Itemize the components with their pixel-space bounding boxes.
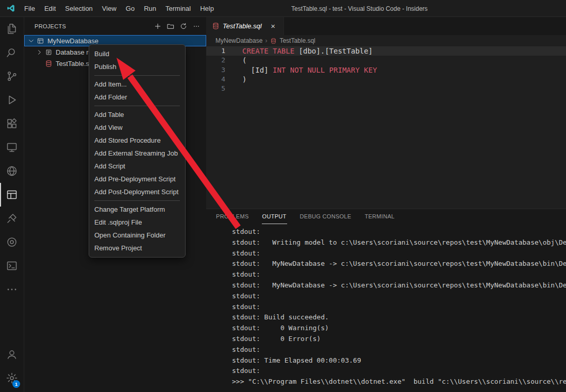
editor-tab-bar: TestTable.sql × (206, 17, 566, 35)
code-line-4[interactable]: 4) (206, 75, 566, 84)
more-actions-icon[interactable] (191, 21, 202, 32)
output-line: stdout: MyNewDatabase -> c:\Users\scoria… (232, 280, 566, 291)
settings-icon[interactable]: 1 (0, 366, 24, 390)
run-and-debug-icon[interactable] (0, 88, 24, 112)
tab-close-icon[interactable]: × (268, 21, 278, 31)
line-number: 5 (206, 84, 230, 93)
menu-item-add-pre-deployment-script[interactable]: Add Pre-Deployment Script (89, 173, 185, 185)
database-projects-icon[interactable] (0, 183, 24, 207)
menu-bar: FileEditSelectionViewGoRunTerminalHelp (20, 0, 219, 16)
menu-item-add-view[interactable]: Add View (89, 121, 185, 134)
menu-separator (94, 75, 180, 76)
sql-file-icon (211, 22, 220, 30)
line-number: 1 (206, 46, 230, 56)
menubar-item-help[interactable]: Help (195, 0, 219, 16)
tab-label: TestTable.sql (223, 22, 262, 30)
source-control-icon[interactable] (0, 64, 24, 88)
output-line: stdout: (232, 227, 566, 237)
output-line: stdout: (232, 291, 566, 302)
sidebar-header: PROJECTS (24, 17, 206, 35)
menu-item-add-table[interactable]: Add Table (89, 108, 185, 121)
menubar-item-terminal[interactable]: Terminal (161, 0, 195, 16)
output-line: stdout: Build succeeded. (232, 312, 566, 323)
azure-icon[interactable] (0, 159, 24, 183)
chevron-down-icon[interactable] (27, 37, 35, 45)
output-line: stdout: (232, 248, 566, 259)
output-line: stdout: 0 Error(s) (232, 334, 566, 345)
project-icon (36, 37, 44, 45)
menu-item-open-containing-folder[interactable]: Open Containing Folder (89, 229, 185, 242)
tab-testtable-sql[interactable]: TestTable.sql × (206, 17, 284, 35)
code-content: ( (230, 56, 246, 65)
accounts-icon[interactable] (0, 343, 24, 366)
menu-item-remove-project[interactable]: Remove Project (89, 242, 185, 254)
more-views-icon[interactable] (0, 278, 24, 301)
breadcrumb-separator: › (265, 37, 267, 44)
sql-file-icon (270, 37, 277, 44)
output-line: stdout: Writing model to c:\Users\scoria… (232, 237, 566, 248)
refresh-projects-icon[interactable] (178, 21, 189, 32)
breadcrumb-item-testtable-sql[interactable]: TestTable.sql (279, 37, 315, 44)
menubar-item-go[interactable]: Go (121, 0, 139, 16)
search-icon[interactable] (0, 41, 24, 64)
output-log[interactable]: stdout:stdout: Writing model to c:\Users… (206, 224, 566, 392)
title-bar: FileEditSelectionViewGoRunTerminalHelp T… (0, 0, 566, 17)
extensions-icon[interactable] (0, 112, 24, 135)
menubar-item-file[interactable]: File (20, 0, 40, 16)
code-line-5[interactable]: 5 (206, 84, 566, 93)
code-line-2[interactable]: 2( (206, 56, 566, 65)
sidebar-actions (152, 21, 202, 32)
references-icon (44, 48, 53, 56)
code-token: [Id] (242, 66, 273, 74)
menubar-item-edit[interactable]: Edit (40, 0, 60, 16)
menu-item-add-external-streaming-job[interactable]: Add External Streaming Job (89, 147, 185, 160)
output-line: stdout: MyNewDatabase -> c:\Users\scoria… (232, 259, 566, 269)
code-line-1[interactable]: 1CREATE TABLE [dbo].[TestTable] (206, 46, 566, 56)
menubar-item-run[interactable]: Run (139, 0, 161, 16)
menu-separator (94, 200, 180, 201)
menu-item-add-item[interactable]: Add Item... (89, 78, 185, 91)
menu-item-build[interactable]: Build (89, 47, 185, 60)
menu-item-add-folder[interactable]: Add Folder (89, 91, 185, 104)
sidebar-title: PROJECTS (35, 23, 152, 29)
vscode-window: FileEditSelectionViewGoRunTerminalHelp T… (0, 0, 566, 392)
code-token: [dbo].[TestTable] (294, 47, 373, 55)
menu-item-add-stored-procedure[interactable]: Add Stored Procedure (89, 134, 185, 147)
activity-bar-top (0, 17, 24, 301)
line-number: 4 (206, 75, 230, 84)
panel-tab-terminal[interactable]: TERMINAL (364, 209, 395, 224)
output-line: stdout: (232, 366, 566, 377)
menubar-item-view[interactable]: View (97, 0, 121, 16)
sql-connections-icon[interactable] (0, 207, 24, 230)
breadcrumb-item-mynewdatabase[interactable]: MyNewDatabase (215, 37, 262, 44)
menu-item-publish[interactable]: Publish (89, 60, 185, 73)
line-number: 2 (206, 56, 230, 65)
menubar-item-selection[interactable]: Selection (60, 0, 97, 16)
new-project-icon[interactable] (152, 21, 163, 32)
code-token: INT NOT NULL PRIMARY KEY (273, 66, 377, 74)
open-project-icon[interactable] (165, 21, 176, 32)
chevron-right-icon[interactable] (35, 48, 43, 56)
menu-item-change-target-platform[interactable]: Change Target Platform (89, 203, 185, 216)
panel-tab-debug-console[interactable]: DEBUG CONSOLE (299, 209, 352, 224)
output-line: stdout: 0 Warning(s) (232, 323, 566, 334)
activity-bar-bottom: 1 (0, 343, 24, 390)
menu-item-edit-sqlproj-file[interactable]: Edit .sqlproj File (89, 216, 185, 229)
panel-tab-output[interactable]: OUTPUT (262, 209, 287, 224)
settings-badge: 1 (12, 380, 20, 388)
sql-extension-icon[interactable] (0, 230, 24, 254)
object-explorer-icon[interactable] (0, 254, 24, 278)
output-line: stdout: (232, 345, 566, 355)
database-icon (44, 59, 53, 67)
menu-item-add-script[interactable]: Add Script (89, 160, 185, 173)
code-line-3[interactable]: 3 [Id] INT NOT NULL PRIMARY KEY (206, 65, 566, 75)
remote-explorer-icon[interactable] (0, 135, 24, 159)
code-editor[interactable]: 1CREATE TABLE [dbo].[TestTable]2(3 [Id] … (206, 46, 566, 209)
window-title: TestTable.sql - test - Visual Studio Cod… (291, 0, 428, 17)
explorer-icon[interactable] (0, 17, 24, 41)
output-line: stdout: (232, 269, 566, 280)
panel-tab-problems[interactable]: PROBLEMS (215, 209, 249, 224)
menu-item-add-post-deployment-script[interactable]: Add Post-Deployment Script (89, 185, 185, 198)
code-token: ) (242, 75, 246, 83)
code-token: CREATE TABLE (242, 47, 294, 55)
